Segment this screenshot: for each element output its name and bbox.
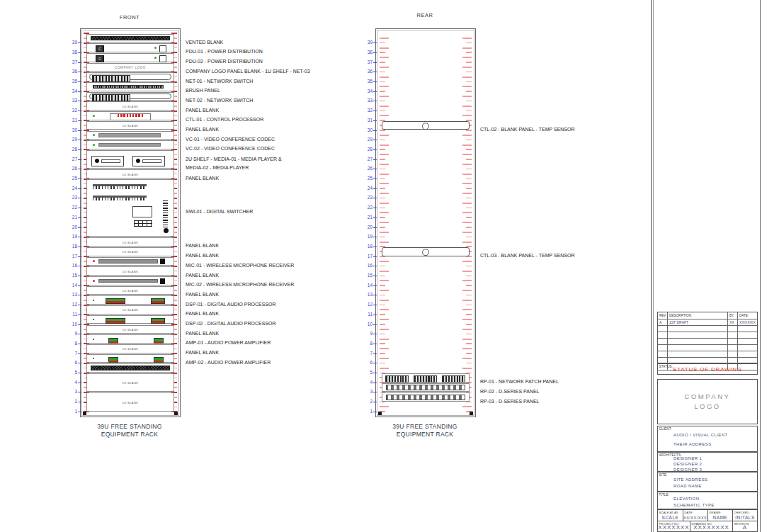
rack-tick (466, 159, 472, 160)
rack-unit-label: PDU-01 - POWER DISTRIBUTION (186, 47, 263, 56)
rack-tick (380, 212, 389, 213)
rack-unit-number: 17 (362, 254, 373, 259)
rack-unit-leader (373, 198, 377, 198)
rack-tick (380, 242, 389, 243)
rack-unit-label: CTL-01 - CONTROL PROCESSOR (186, 115, 263, 124)
rack-tick (380, 353, 385, 354)
switch-ports (92, 75, 130, 82)
status-led (93, 134, 95, 136)
rack-unit-panel-vc (86, 140, 174, 149)
status-led (93, 260, 95, 262)
front-rack-caption: 39U FREE STANDING EQUIPMENT RACK (66, 423, 193, 438)
rack-unit-leader (78, 247, 81, 247)
company-logo-panel-text: COMPANY LOGO (87, 65, 174, 69)
rack-unit-leader (78, 324, 81, 325)
rack-unit-leader (373, 353, 377, 354)
rack-unit-leader (78, 276, 81, 276)
rack-unit-leader (373, 52, 377, 53)
blank-panel-text: 1U BLANK (87, 269, 174, 273)
drawn-label: DRAWN: (710, 511, 722, 514)
receiver-vent-bar (98, 259, 158, 264)
rack-unit-panel-blank2: 2U BLANK (86, 392, 174, 411)
switcher-card-row (93, 184, 147, 189)
rack-unit-label: PANEL BLANK (186, 329, 219, 338)
rack-tick (466, 266, 472, 267)
revision-table-cell (668, 339, 728, 345)
rack-unit-label: SWI-01 - DIGITAL SWITCHER (186, 208, 253, 216)
revision-table-cell (738, 351, 757, 358)
rack-tick (380, 72, 385, 73)
rack-unit-panel-blank: 1U BLANK (86, 305, 174, 315)
rack-unit-number: 30 (67, 128, 77, 133)
rack-unit-leader (78, 305, 81, 305)
front-caption-line2: EQUIPMENT RACK (66, 431, 193, 438)
rack-tick (380, 111, 385, 112)
rack-tick (380, 115, 389, 116)
date-value: XX/XX/XXXX (683, 516, 707, 520)
checked-cell: CHECKED: INITALS (732, 509, 758, 521)
rack-tick (466, 208, 472, 209)
rack-tick (462, 86, 472, 87)
rack-tick (380, 237, 385, 238)
rack-unit-number: 15 (67, 273, 77, 278)
rack-unit-label: PANEL BLANK (186, 242, 219, 250)
rack-unit-label: VC-02 - VIDEO CONFERENCE CODEC (186, 145, 275, 153)
rack-tick (466, 217, 472, 218)
rack-tick (380, 164, 389, 165)
temp-sensor-opening (422, 123, 429, 130)
rack-tick (462, 222, 472, 223)
rack-unit-number: 22 (362, 205, 373, 210)
rack-tick (380, 183, 389, 184)
rack-unit-label-line: CTL-01 - CONTROL PROCESSOR (186, 115, 263, 124)
company-logo-line1: COMPANY (685, 392, 731, 402)
blank-panel-text: 1U BLANK (87, 250, 174, 254)
status-dot (93, 300, 94, 301)
rack-unit-number: 35 (67, 79, 77, 84)
rack-unit-leader (78, 43, 81, 43)
rack-unit-label: PANEL BLANK (186, 125, 219, 134)
rack-unit-label-line: PANEL BLANK (186, 290, 219, 299)
rack-unit-label-line: NET-02 - NETWORK SWITCH (186, 96, 253, 105)
rack-unit-leader (373, 43, 377, 43)
vented-blank-hatch (91, 36, 170, 41)
rack-tick (462, 47, 472, 49)
rack-unit-panel-blank: 1U BLANK (86, 237, 174, 247)
rack-unit-number: 10 (67, 322, 77, 327)
rack-unit-panel-blank: 1U BLANK (86, 101, 174, 111)
rack-unit-label-line: AMP-01 - AUDIO POWER AMPLIFIER (186, 339, 271, 347)
revision-table-cell (728, 339, 738, 345)
rack-tick (462, 115, 472, 116)
date-cell: DATE: XX/XX/XXXX (683, 509, 708, 521)
rack-unit-label-line: PDU-02 - POWER DISTRIBUTION (186, 57, 263, 66)
revision-table-cell (668, 351, 728, 358)
rack-tick (380, 174, 389, 175)
rack-tick (380, 81, 385, 83)
rack-tick (466, 353, 472, 354)
rack-unit-number: 35 (362, 79, 373, 84)
rack-unit-number: 23 (67, 195, 77, 200)
rack-unit-panel-vc (86, 131, 174, 140)
rack-unit-number: 27 (67, 157, 77, 162)
rack-unit-number: 30 (362, 128, 373, 133)
rack-tick (466, 101, 472, 102)
rack-unit-panel-amp (86, 334, 174, 344)
rack-unit-number: 19 (67, 234, 77, 239)
rack-unit-number: 39 (67, 40, 77, 45)
dseries-port-row (386, 395, 465, 400)
rack-unit-number: 22 (67, 205, 77, 210)
blank-panel-text: 2U BLANK (87, 381, 174, 385)
rack-unit-number: 3 (67, 389, 77, 395)
client-label: CLIENT: (659, 427, 672, 431)
switcher-card-row (93, 196, 147, 200)
rack-unit-label: PANEL BLANK (186, 271, 219, 280)
rack-unit-label: PANEL BLANK (186, 349, 219, 357)
media-player-slot (142, 159, 161, 163)
blank-panel-text: 1U BLANK (87, 308, 174, 312)
amp-io-block (154, 338, 164, 344)
rack-unit-leader (78, 217, 81, 218)
rack-unit-label: PANEL BLANK (186, 310, 219, 318)
rack-unit-panel-pdu: C (86, 43, 174, 52)
client-name: AUDIO / VISUAL CLIENT (673, 431, 728, 438)
rack-tick (380, 217, 385, 218)
rack-unit-number: 32 (362, 108, 373, 113)
